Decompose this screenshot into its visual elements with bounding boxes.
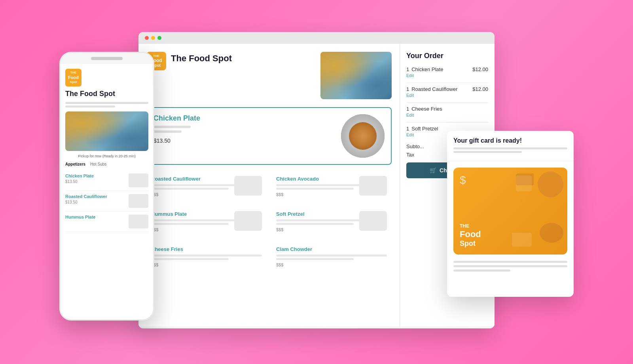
menu-item-desc-1	[276, 255, 387, 256]
menu-item-desc-2	[151, 258, 229, 260]
list-item[interactable]: Clam Chowder $$$	[271, 241, 392, 272]
phone-notch-area	[61, 53, 153, 64]
gift-card-logo-line3: Spot	[460, 240, 481, 248]
phone-notch	[91, 57, 123, 60]
featured-desc-line-2	[154, 130, 182, 133]
plate-visual	[341, 114, 385, 158]
order-item: 1 Roasted Cauliflower $12.00 Edit	[406, 86, 488, 98]
phone-menu-item[interactable]: Chicken Plate $13.50	[65, 170, 148, 191]
menu-item-image	[234, 211, 262, 231]
menu-grid: Roasted Cauliflower $$$ Chicken Avocado	[146, 171, 392, 272]
browser-content: THE Food Spot The Food Spot	[138, 44, 495, 326]
phone-category-hotsubs[interactable]: Hot Subs	[90, 162, 106, 166]
phone-menu-item[interactable]: Hummus Plate	[65, 211, 148, 232]
order-item-qty: 1	[406, 106, 409, 112]
food-decoration	[516, 175, 532, 191]
featured-item-image	[341, 114, 385, 158]
menu-item-desc-2	[276, 188, 354, 190]
menu-item-price: $$$	[151, 262, 262, 267]
browser-window: THE Food Spot The Food Spot	[138, 32, 495, 328]
list-item[interactable]: Cheese Fries $$$	[146, 241, 267, 272]
main-scene: THE Food Spot The Food Spot	[59, 20, 574, 344]
gift-card-bottom-line-3	[453, 270, 510, 272]
phone-desc-lines	[65, 102, 148, 108]
phone-restaurant-image	[65, 111, 148, 151]
tax-label: Tax	[406, 152, 414, 158]
browser-dot-green	[157, 36, 161, 40]
phone-logo-line3: Spot	[68, 80, 79, 84]
pizza-icon	[538, 172, 563, 197]
list-item[interactable]: Chicken Avocado $$$	[271, 171, 392, 202]
featured-desc-line-1	[154, 126, 191, 128]
subtotal-label: Subto...	[406, 143, 424, 149]
menu-item-desc-2	[276, 223, 354, 225]
order-item-edit-button[interactable]: Edit	[406, 113, 488, 117]
order-item: 1 Chicken Plate $12.00 Edit	[406, 66, 488, 78]
order-item-qty: 1	[406, 66, 409, 72]
phone-desc-2	[65, 106, 115, 108]
restaurant-image-inner	[320, 52, 392, 99]
order-item-name: Chicken Plate	[411, 66, 472, 72]
featured-item-card[interactable]: Chicken Plate $13.50	[146, 107, 392, 165]
gift-card-header: Your gift card is ready!	[447, 131, 574, 161]
order-item-row: 1 Chicken Plate $12.00	[406, 66, 488, 72]
featured-item-name: Chicken Plate	[154, 114, 200, 123]
phone-menu-item-price: $13.50	[65, 179, 129, 184]
order-item-price: $12.00	[472, 66, 488, 72]
featured-item-info: Chicken Plate $13.50	[154, 114, 200, 144]
phone-menu-item-name: Chicken Plate	[65, 174, 129, 178]
restaurant-title-block: The Food Spot	[171, 52, 232, 64]
gift-card-desc-2	[453, 151, 522, 153]
menu-item-image	[359, 176, 387, 196]
order-item-edit-button[interactable]: Edit	[406, 73, 488, 78]
menu-item-desc-2	[151, 188, 229, 190]
menu-item-name: Cheese Fries	[151, 246, 262, 252]
restaurant-image	[320, 52, 392, 99]
phone-logo-line2: Food	[68, 75, 79, 80]
menu-area: THE Food Spot The Food Spot	[138, 44, 400, 326]
browser-dot-yellow	[151, 36, 155, 40]
order-item-row: 1 Cheese Fries	[406, 106, 488, 112]
phone-menu-item-image	[129, 215, 148, 228]
phone-desc-1	[65, 102, 148, 104]
order-divider	[406, 102, 488, 103]
menu-item-desc-2	[276, 258, 354, 260]
order-item: 1 Cheese Fries Edit	[406, 106, 488, 117]
list-item[interactable]: Hummus Plate $$$	[146, 206, 267, 237]
restaurant-header: THE Food Spot The Food Spot	[146, 52, 392, 99]
phone-menu-item[interactable]: Roasted Cauliflower $13.50	[65, 191, 148, 211]
phone-menu-item-name: Hummus Plate	[65, 215, 129, 219]
gift-card-desc-1	[453, 147, 567, 149]
list-item[interactable]: Soft Pretzel $$$	[271, 206, 392, 237]
order-item-name: Cheese Fries	[411, 106, 488, 112]
phone-menu-item-left: Hummus Plate	[65, 215, 129, 221]
gift-card-bottom	[447, 261, 574, 272]
bowl-icon	[540, 223, 563, 243]
phone-categories: Appetizers Hot Subs	[65, 162, 148, 166]
order-divider	[406, 122, 488, 123]
phone-restaurant-name: The Food Spot	[65, 90, 148, 98]
menu-item-image	[234, 176, 262, 196]
phone-menu-item-image	[129, 174, 148, 187]
gift-card-logo-line2: Food	[460, 229, 481, 240]
order-divider	[406, 83, 488, 83]
phone-category-appetizers[interactable]: Appetizers	[65, 162, 85, 166]
browser-toolbar	[138, 32, 495, 44]
gift-card-bottom-line-2	[453, 265, 567, 267]
order-item-edit-button[interactable]: Edit	[406, 93, 488, 98]
phone-menu-item-name: Roasted Cauliflower	[65, 194, 129, 199]
gift-card-title: Your gift card is ready!	[453, 137, 567, 144]
menu-item-desc-2	[151, 223, 229, 225]
phone-menu-item-left: Roasted Cauliflower $13.50	[65, 194, 129, 204]
featured-item-price: $13.50	[154, 138, 200, 144]
menu-item-price: $$$	[276, 262, 387, 267]
order-title: Your Order	[406, 52, 488, 60]
list-item[interactable]: Roasted Cauliflower $$$	[146, 171, 267, 202]
gift-card-dollar: $	[460, 174, 466, 187]
phone-menu-item-left: Chicken Plate $13.50	[65, 174, 129, 184]
menu-item-desc-1	[151, 255, 262, 256]
gift-card-logo: THE Food Spot	[460, 223, 481, 248]
phone-logo: THE Food Spot	[65, 69, 81, 87]
menu-item-image	[359, 211, 387, 231]
order-item-name: Roasted Cauliflower	[411, 86, 472, 92]
